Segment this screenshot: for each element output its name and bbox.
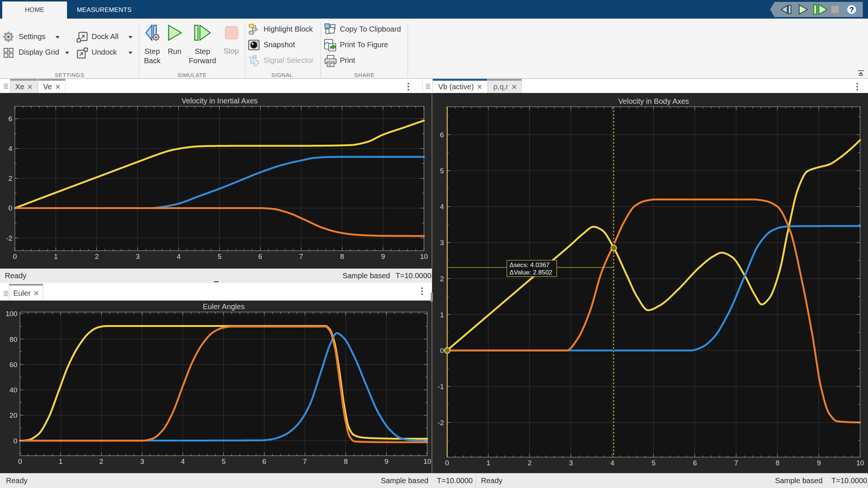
svg-text:8: 8 [776,459,780,467]
svg-text:4: 4 [181,458,185,465]
svg-text:2: 2 [95,253,99,260]
svg-text:4: 4 [610,459,615,467]
svg-text:8: 8 [344,458,348,465]
svg-text:2: 2 [8,174,12,182]
svg-text:7: 7 [299,253,303,260]
svg-text:0: 0 [18,458,22,465]
svg-text:5: 5 [440,167,444,175]
svg-text:6: 6 [693,459,697,467]
svg-text:4: 4 [177,253,181,260]
svg-text:1: 1 [440,311,444,319]
svg-text:6: 6 [440,131,444,139]
svg-text:0: 0 [13,437,17,445]
svg-text:2: 2 [440,275,444,283]
svg-text:0: 0 [440,347,444,354]
svg-text:40: 40 [9,386,17,394]
svg-text:7: 7 [734,459,738,467]
svg-text:10: 10 [420,253,428,260]
svg-text:4: 4 [8,145,12,152]
svg-text:-2: -2 [438,419,444,427]
svg-text:9: 9 [817,459,821,467]
svg-text:ΔValue: 2.8502: ΔValue: 2.8502 [510,269,552,276]
svg-text:80: 80 [9,336,17,343]
svg-text:3: 3 [140,458,144,465]
svg-text:3: 3 [440,239,444,247]
svg-text:2: 2 [99,458,103,465]
svg-text:4: 4 [440,203,444,211]
svg-text:0: 0 [8,204,12,212]
svg-text:3: 3 [136,253,140,260]
svg-text:5: 5 [218,253,222,260]
svg-text:Velocity in Inertial Axes: Velocity in Inertial Axes [182,97,258,105]
svg-text:9: 9 [384,458,389,465]
svg-text:6: 6 [258,253,262,260]
svg-text:Δsecs: 4.0367: Δsecs: 4.0367 [510,261,550,269]
svg-text:60: 60 [9,361,17,369]
svg-text:1: 1 [486,459,491,467]
svg-text:-1: -1 [438,383,444,391]
svg-text:10: 10 [423,458,431,465]
svg-text:?: ? [849,6,854,14]
svg-text:20: 20 [9,411,17,419]
svg-text:1: 1 [59,458,63,465]
svg-text:7: 7 [303,458,307,465]
svg-text:9: 9 [381,253,385,260]
svg-text:100: 100 [6,310,17,318]
svg-text:0: 0 [445,459,449,467]
svg-text:6: 6 [8,115,12,123]
svg-text:2: 2 [528,459,532,467]
svg-text:1: 1 [54,253,58,260]
svg-text:Euler Angles: Euler Angles [203,302,245,311]
svg-text:-2: -2 [6,234,12,242]
svg-text:10: 10 [856,459,864,467]
svg-text:8: 8 [340,253,344,260]
svg-text:Velocity in Body Axes: Velocity in Body Axes [618,97,689,105]
svg-text:0: 0 [13,253,17,260]
svg-text:5: 5 [652,459,656,467]
svg-text:5: 5 [222,458,226,465]
svg-text:3: 3 [569,459,573,467]
svg-text:6: 6 [262,458,267,465]
